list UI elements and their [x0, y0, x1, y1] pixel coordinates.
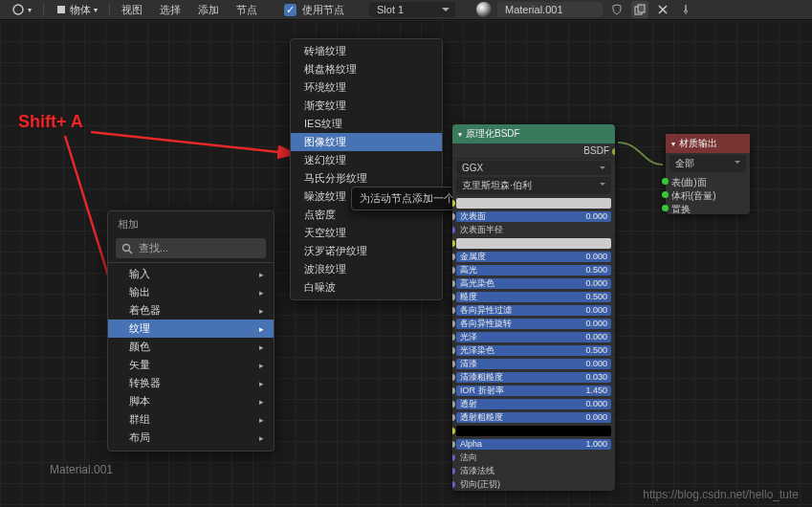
fake-user-button[interactable]	[608, 1, 625, 18]
node-input-row[interactable]: 糙度0.500	[452, 290, 615, 303]
value-slider[interactable]: 高光染色0.000	[456, 278, 611, 289]
socket-dot[interactable]	[452, 280, 455, 287]
socket-dot[interactable]	[452, 387, 455, 394]
node-header[interactable]: ▾ 原理化BSDF	[452, 124, 615, 143]
value-slider[interactable]: 高光0.500	[456, 265, 611, 276]
add-menu-item[interactable]: 输出▸	[108, 283, 274, 301]
value-slider[interactable]: 光泽0.000	[456, 332, 611, 342]
socket-dot[interactable]	[452, 361, 455, 367]
node-input-row[interactable]: 切向(正切)	[452, 477, 615, 491]
add-menu-item[interactable]: 转换器▸	[108, 374, 274, 392]
node-input-row[interactable]: 光泽0.000	[452, 330, 615, 343]
socket-dot[interactable]	[452, 294, 455, 300]
node-input-row[interactable]: 次表面0.000	[452, 209, 615, 223]
output-target-dropdown[interactable]: 全部	[669, 155, 746, 172]
socket-dot[interactable]	[452, 468, 455, 474]
node-input-row[interactable]: 各向异性过滤0.000	[452, 303, 615, 317]
value-slider[interactable]: 各向异性过滤0.000	[456, 305, 611, 316]
socket-dot[interactable]	[452, 307, 455, 314]
socket-dot[interactable]	[612, 148, 615, 155]
add-menu-item[interactable]: 输入▸	[108, 265, 274, 283]
add-menu-item[interactable]: 脚本▸	[108, 392, 274, 410]
node-input-row[interactable]: 高光0.500	[452, 263, 615, 276]
socket-dot[interactable]	[452, 414, 455, 421]
socket-dot[interactable]	[452, 227, 455, 233]
node-input-row[interactable]: 高光染色0.000	[452, 276, 615, 290]
socket-dot[interactable]	[452, 334, 455, 341]
texture-menu-item[interactable]: 棋盘格纹理	[291, 60, 442, 78]
socket-dot[interactable]	[662, 191, 669, 198]
value-slider[interactable]: 清漆粗糙度0.030	[456, 372, 611, 383]
color-swatch[interactable]	[456, 198, 611, 209]
socket-dot[interactable]	[452, 401, 455, 408]
node-input-row[interactable]	[452, 424, 615, 437]
socket-dot[interactable]	[452, 428, 455, 434]
socket-dot[interactable]	[452, 441, 455, 448]
socket-dot[interactable]	[662, 205, 669, 211]
subsurface-method-dropdown[interactable]: 克里斯坦森·伯利	[456, 177, 611, 194]
node-input-row[interactable]: 清漆法线	[452, 464, 615, 477]
socket-dot[interactable]	[452, 254, 455, 260]
color-swatch[interactable]	[456, 238, 611, 249]
socket-dot[interactable]	[452, 481, 455, 488]
node-principled-bsdf[interactable]: ▾ 原理化BSDF BSDF GGX 克里斯坦森·伯利 次表面0.000次表面半…	[452, 124, 615, 491]
node-input-row[interactable]: Alpha1.000	[452, 437, 615, 451]
add-menu-search[interactable]: 查找...	[116, 238, 266, 258]
texture-menu-item[interactable]: 波浪纹理	[291, 260, 442, 278]
socket-dot[interactable]	[452, 267, 455, 274]
color-swatch[interactable]	[456, 426, 611, 436]
socket-dot[interactable]	[662, 178, 669, 185]
value-slider[interactable]: 清漆0.000	[456, 359, 611, 369]
add-menu-item[interactable]: 群组▸	[108, 410, 274, 429]
node-header[interactable]: ▾ 材质输出	[666, 134, 750, 153]
texture-menu-item[interactable]: 砖墙纹理	[291, 42, 442, 60]
socket-dot[interactable]	[452, 374, 455, 381]
texture-menu-item[interactable]: 白噪波	[291, 278, 442, 297]
texture-menu-item[interactable]: 迷幻纹理	[291, 151, 442, 169]
material-preview-icon[interactable]	[476, 2, 492, 17]
node-input-row[interactable]	[452, 196, 615, 209]
menu-select[interactable]: 选择	[154, 2, 187, 18]
object-mode-dropdown[interactable]: 物体 ▾	[50, 2, 103, 18]
add-menu-item[interactable]: 布局▸	[108, 429, 274, 447]
node-material-output[interactable]: ▾ 材质输出 全部 表(曲)面体积(音量)置换	[666, 134, 750, 214]
node-input-row[interactable]: 表(曲)面	[666, 174, 750, 187]
node-input-row[interactable]: 置换	[666, 201, 750, 214]
texture-menu-item[interactable]: 沃罗诺伊纹理	[291, 242, 442, 260]
socket-dot[interactable]	[452, 454, 455, 461]
add-menu-item[interactable]: 颜色▸	[108, 338, 274, 356]
new-material-button[interactable]	[631, 1, 648, 18]
texture-menu-item[interactable]: 环境纹理	[291, 78, 442, 97]
unlink-material-button[interactable]	[654, 1, 671, 18]
editor-type-dropdown[interactable]: ▾	[6, 2, 37, 17]
node-input-row[interactable]	[452, 236, 615, 250]
material-slot-dropdown[interactable]: Slot 1	[369, 2, 455, 17]
collapse-icon[interactable]: ▾	[458, 130, 462, 139]
node-input-row[interactable]: IOR 折射率1.450	[452, 384, 615, 397]
menu-node[interactable]: 节点	[230, 2, 263, 18]
value-slider[interactable]: Alpha1.000	[456, 439, 611, 450]
socket-dot[interactable]	[452, 213, 455, 220]
node-output-socket[interactable]: BSDF	[452, 143, 615, 159]
value-slider[interactable]: IOR 折射率1.450	[456, 386, 611, 396]
texture-menu-item[interactable]: IES纹理	[291, 115, 442, 133]
socket-dot[interactable]	[452, 320, 455, 327]
node-input-row[interactable]: 透射0.000	[452, 397, 615, 410]
pin-button[interactable]	[677, 1, 694, 18]
value-slider[interactable]: 金属度0.000	[456, 252, 611, 262]
value-slider[interactable]: 次表面0.000	[456, 211, 611, 222]
node-input-row[interactable]: 清漆粗糙度0.030	[452, 370, 615, 384]
node-input-row[interactable]: 各向异性旋转0.000	[452, 317, 615, 330]
socket-dot[interactable]	[452, 347, 455, 354]
collapse-icon[interactable]: ▾	[671, 140, 675, 148]
texture-menu-item[interactable]: 天空纹理	[291, 224, 442, 242]
node-input-row[interactable]: 光泽染色0.500	[452, 343, 615, 357]
texture-menu-item[interactable]: 马氏分形纹理	[291, 169, 442, 187]
distribution-dropdown[interactable]: GGX	[456, 161, 611, 175]
value-slider[interactable]: 透射0.000	[456, 399, 611, 409]
node-input-row[interactable]: 次表面半径	[452, 223, 615, 236]
menu-view[interactable]: 视图	[116, 2, 148, 18]
material-name-field[interactable]: Material.001	[497, 2, 603, 17]
menu-add[interactable]: 添加	[192, 2, 225, 18]
node-input-row[interactable]: 金属度0.000	[452, 250, 615, 263]
